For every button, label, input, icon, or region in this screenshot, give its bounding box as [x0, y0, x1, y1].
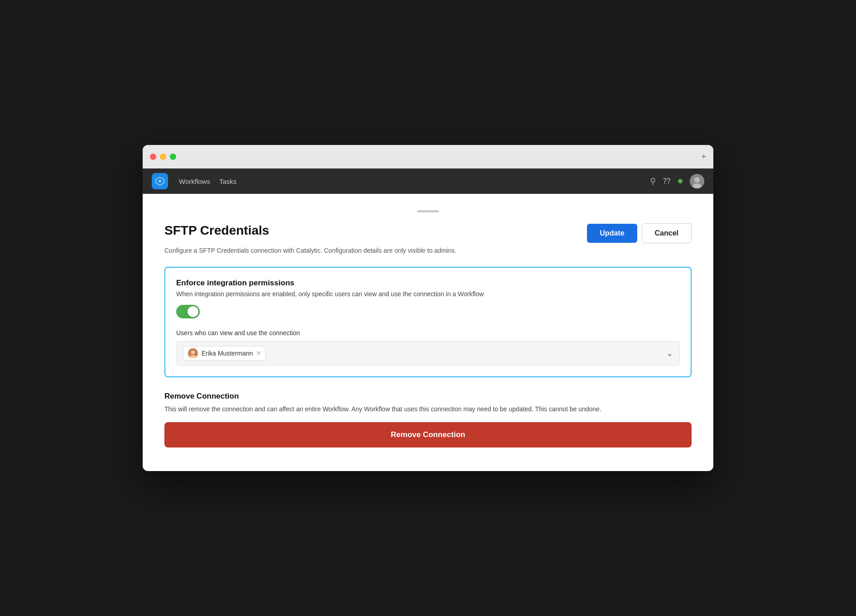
modal-header: SFTP Credentials Update Cancel — [164, 223, 692, 243]
new-tab-button[interactable]: + — [701, 152, 706, 162]
integration-section: Enforce integration permissions When int… — [164, 267, 692, 377]
traffic-lights — [150, 154, 176, 160]
users-label: Users who can view and use the connectio… — [176, 329, 680, 337]
remove-section: Remove Connection This will remove the c… — [164, 390, 692, 449]
users-input[interactable]: Erika Mustermann × ⌄ — [176, 341, 680, 366]
modal-body: SFTP Credentials Update Cancel Configure… — [143, 194, 713, 471]
drag-handle — [417, 210, 439, 212]
nav-links: Workflows Tasks — [179, 178, 639, 185]
status-indicator — [678, 179, 683, 183]
dropdown-chevron-icon[interactable]: ⌄ — [666, 348, 673, 358]
update-button[interactable]: Update — [587, 224, 637, 243]
mac-window: + Workflows Tasks ⚲ ⁇ — [143, 145, 713, 471]
integration-section-title: Enforce integration permissions — [176, 279, 680, 288]
nav-right: ⚲ ⁇ — [650, 174, 704, 188]
close-button[interactable] — [150, 154, 156, 160]
remove-connection-button[interactable]: Remove Connection — [164, 422, 692, 448]
app-logo — [152, 173, 168, 189]
user-avatar-small — [188, 348, 198, 358]
integration-section-desc: When integration permissions are enabled… — [176, 290, 680, 298]
toggle-knob — [188, 306, 198, 317]
minimize-button[interactable] — [160, 154, 166, 160]
remove-section-title: Remove Connection — [164, 392, 692, 401]
cancel-button[interactable]: Cancel — [642, 223, 692, 243]
modal-subtitle: Configure a SFTP Credentials connection … — [164, 247, 692, 254]
grid-icon[interactable]: ⁇ — [663, 176, 671, 186]
nav-tasks[interactable]: Tasks — [219, 178, 236, 185]
svg-point-3 — [694, 177, 700, 183]
search-icon[interactable]: ⚲ — [650, 176, 656, 186]
user-tag-erika: Erika Mustermann × — [183, 346, 266, 361]
toggle-container — [176, 305, 680, 320]
app-navbar: Workflows Tasks ⚲ ⁇ — [143, 168, 713, 194]
maximize-button[interactable] — [170, 154, 176, 160]
modal-actions: Update Cancel — [587, 223, 692, 243]
user-tag-name: Erika Mustermann — [202, 350, 253, 357]
svg-point-1 — [159, 180, 161, 183]
modal-title: SFTP Credentials — [164, 223, 269, 238]
svg-point-6 — [191, 351, 195, 354]
remove-section-desc: This will remove the connection and can … — [164, 404, 692, 414]
titlebar: + — [143, 145, 713, 168]
user-avatar[interactable] — [690, 174, 704, 188]
permissions-toggle[interactable] — [176, 305, 200, 318]
nav-workflows[interactable]: Workflows — [179, 178, 210, 185]
user-tag-remove[interactable]: × — [257, 350, 261, 357]
